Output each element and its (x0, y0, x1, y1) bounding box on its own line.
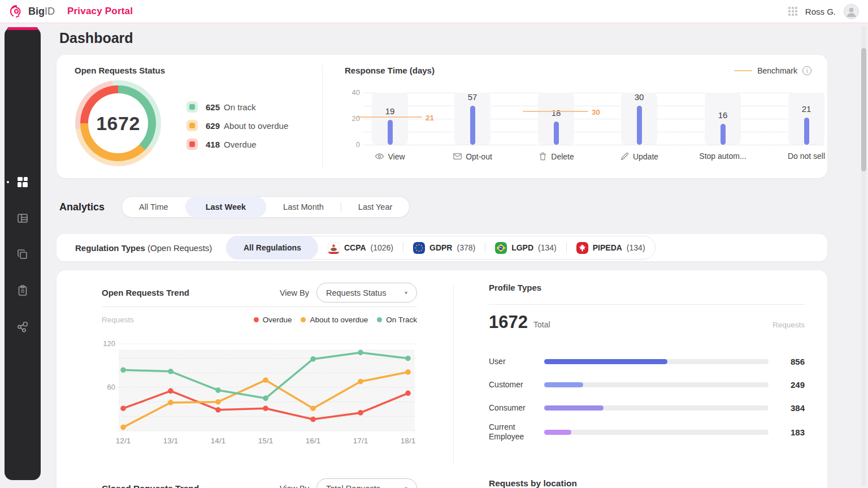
tab-all-time[interactable]: All Time (122, 196, 185, 218)
trend-point[interactable] (358, 410, 363, 416)
sidebar-item-clipboard[interactable] (16, 284, 29, 297)
trend-point[interactable] (215, 399, 221, 405)
sidebar-item-copy-pages[interactable] (16, 248, 29, 261)
tab-last-year[interactable]: Last Year (341, 196, 409, 218)
response-category-label: View (363, 152, 416, 161)
legend-value: 418 (206, 140, 220, 149)
trend-point[interactable] (215, 387, 221, 393)
trend-point[interactable] (405, 369, 411, 375)
profile-row-value: 183 (781, 427, 805, 437)
status-legend: 625On track629About to overdue418Overdue (186, 101, 288, 150)
profile-bar-fill[interactable] (544, 359, 667, 364)
tab-last-week[interactable]: Last Week (185, 196, 266, 218)
regulation-pill-gdpr[interactable]: GDPR(378) (403, 236, 485, 260)
panel-divider (453, 285, 454, 463)
trend-point[interactable] (310, 405, 316, 411)
response-bar[interactable] (721, 124, 726, 145)
trend-point[interactable] (263, 405, 268, 411)
response-bar-value: 16 (696, 110, 749, 120)
profile-bar-fill[interactable] (544, 405, 604, 411)
legend-dot (301, 317, 306, 322)
response-bar[interactable] (554, 122, 559, 145)
trend-x-tick: 15/1 (258, 437, 273, 445)
trend-point[interactable] (168, 369, 173, 374)
sidebar-item-workflow[interactable] (16, 321, 29, 333)
regulation-pill-all-regulations[interactable]: All Regulations (227, 236, 318, 260)
view-by-label-2: View By (280, 484, 309, 488)
response-bar-group: 30 (613, 93, 666, 145)
sidebar-item-table[interactable] (16, 212, 29, 224)
profile-bar-fill[interactable] (544, 382, 583, 387)
trend-point[interactable] (215, 407, 221, 413)
response-bar-group: 1830 (530, 93, 583, 145)
trend-point[interactable] (358, 350, 363, 356)
analytics-title: Analytics (59, 201, 105, 213)
requests-status-dropdown[interactable]: Requests Status ▾ (316, 283, 417, 303)
benchmark-value: 30 (592, 108, 600, 116)
trend-point[interactable] (120, 405, 126, 411)
regulation-name: CCPA (344, 243, 366, 252)
profile-divider (489, 304, 805, 305)
trend-point[interactable] (405, 391, 411, 396)
response-bar[interactable] (637, 106, 642, 145)
app-grid-icon[interactable] (788, 7, 797, 16)
trend-point[interactable] (263, 377, 268, 383)
trend-subrow: Requests OverdueAbout to overdueOn Track (102, 316, 417, 324)
analytics-panel: Open Requests Trend View By Requests Sta… (57, 270, 827, 488)
response-time-title: Response Time (days) (345, 66, 435, 75)
trend-point[interactable] (405, 356, 411, 361)
legend-text: About to overdue (310, 316, 368, 324)
trend-point[interactable] (263, 396, 268, 401)
trend-point[interactable] (120, 425, 126, 430)
response-bar[interactable] (470, 106, 475, 145)
response-plot-area: 1921571830301621 (363, 93, 824, 145)
total-requests-dropdown[interactable]: Total Requests ▾ (316, 478, 417, 488)
header-right: Ross G. (788, 4, 859, 19)
trend-point[interactable] (310, 417, 316, 422)
sidebar-item-dashboard[interactable] (16, 176, 29, 188)
trend-x-tick: 14/1 (211, 437, 225, 445)
trend-point[interactable] (358, 379, 363, 385)
profile-bar-fill[interactable] (544, 430, 571, 435)
trend-x-tick: 16/1 (306, 437, 320, 445)
eu-flag-icon (413, 242, 425, 254)
trend-point[interactable] (120, 367, 126, 373)
eye-icon (375, 152, 384, 161)
regulation-pill-lgpd[interactable]: LGPD(134) (485, 236, 566, 260)
regulation-pill-pipeda[interactable]: PIPEDA(134) (567, 236, 655, 260)
response-y-tick: 0 (342, 140, 360, 149)
response-bar-value: 21 (780, 104, 833, 114)
gridline (363, 132, 824, 132)
avatar[interactable] (844, 4, 859, 19)
bigid-logo[interactable]: BigID Privacy Portal (9, 4, 133, 19)
profile-total-row: 1672 Total Requests (489, 313, 805, 331)
trend-line-chart: 1206012/113/114/115/116/117/118/1 (102, 334, 418, 451)
tab-last-month[interactable]: Last Month (266, 196, 341, 218)
response-category-label: Update (613, 152, 666, 161)
bigid-fingerprint-icon (9, 4, 24, 19)
time-range-tabs: All TimeLast WeekLast MonthLast Year (121, 196, 410, 218)
info-icon[interactable]: i (802, 66, 811, 75)
response-bar[interactable] (388, 120, 393, 145)
dashboard-icon (16, 176, 29, 188)
trend-axis-caption: Requests (102, 316, 134, 324)
trend-point[interactable] (310, 356, 316, 362)
trend-point[interactable] (168, 388, 173, 394)
trash-icon (538, 152, 548, 161)
response-bar[interactable] (804, 118, 809, 145)
profile-requests-label: Requests (772, 321, 805, 331)
app-root: BigID Privacy Portal Ross G. Dashboard (0, 0, 868, 488)
pencil-icon (620, 152, 630, 161)
response-bar-value: 30 (613, 92, 666, 102)
trend-point[interactable] (168, 400, 173, 405)
profile-total: 1672 (489, 313, 528, 331)
regulation-pill-ccpa[interactable]: CCPA(1026) (318, 236, 403, 260)
trend-y-tick: 60 (107, 383, 115, 391)
trend-divider (102, 306, 417, 307)
top-header: BigID Privacy Portal Ross G. (0, 0, 868, 23)
profile-row-current-employee: Current Employee183 (489, 422, 805, 442)
scrollbar-thumb[interactable] (861, 48, 866, 171)
trend-y-tick: 120 (103, 339, 115, 348)
closed-trend-viewby: View By Total Requests ▾ (280, 478, 417, 488)
regulation-types-label-wrap: Regulation Types (Open Requests) (75, 243, 212, 253)
